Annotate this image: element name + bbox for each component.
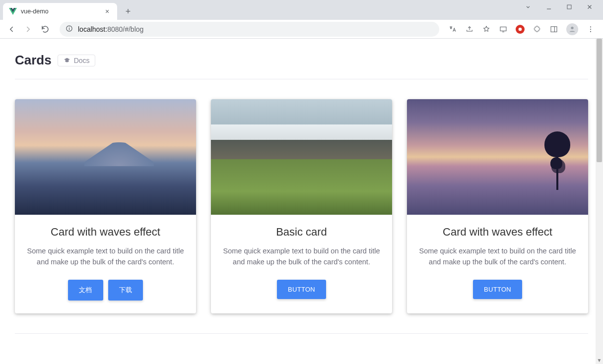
window-controls (515, 0, 603, 15)
tab-strip: vue-demo × + (0, 0, 603, 20)
window-chevron-icon[interactable] (525, 3, 532, 12)
card-actions: 文档 下载 (24, 280, 187, 301)
page-header: Cards Docs (15, 53, 588, 68)
card-button-download[interactable]: 下载 (108, 280, 143, 301)
tab-title: vue-demo (21, 8, 99, 15)
card-actions: BUTTON (416, 280, 579, 299)
card-title: Card with waves effect (416, 226, 579, 239)
forward-button[interactable] (21, 22, 36, 37)
svg-point-7 (571, 26, 573, 29)
card-button[interactable]: BUTTON (277, 280, 326, 299)
svg-rect-6 (551, 26, 557, 32)
svg-rect-4 (500, 27, 506, 31)
browser-toolbar: localhost:8080/#/blog (0, 20, 603, 39)
extension-icons (444, 23, 599, 35)
svg-point-8 (590, 26, 591, 27)
vue-favicon-icon (9, 7, 17, 15)
tab-active[interactable]: vue-demo × (3, 3, 117, 20)
card-button-docs[interactable]: 文档 (68, 280, 103, 301)
divider (15, 79, 588, 79)
card-button[interactable]: BUTTON (473, 280, 522, 299)
card-image (211, 99, 392, 215)
card-title: Basic card (220, 226, 383, 239)
url-text: localhost:8080/#/blog (78, 25, 143, 33)
page-content: Cards Docs Card with waves effect Some q… (0, 39, 603, 364)
card-body: Card with waves effect Some quick exampl… (407, 215, 588, 312)
viewport: Cards Docs Card with waves effect Some q… (0, 39, 603, 364)
extensions-puzzle-icon[interactable] (533, 25, 541, 34)
card-row: Card with waves effect Some quick exampl… (15, 99, 588, 313)
window-maximize-icon[interactable] (566, 4, 572, 11)
reload-button[interactable] (38, 22, 53, 37)
scrollbar-thumb[interactable] (597, 39, 602, 162)
page-title: Cards (15, 53, 52, 68)
svg-rect-0 (567, 5, 571, 9)
card-body: Card with waves effect Some quick exampl… (15, 215, 196, 313)
svg-rect-3 (69, 26, 69, 27)
card-basic: Basic card Some quick example text to bu… (211, 99, 392, 313)
svg-point-10 (590, 31, 591, 32)
card-text: Some quick example text to build on the … (220, 245, 383, 268)
display-icon[interactable] (499, 25, 508, 34)
back-button[interactable] (4, 22, 19, 37)
address-bar[interactable]: localhost:8080/#/blog (60, 22, 439, 37)
card-text: Some quick example text to build on the … (416, 245, 579, 268)
translate-icon[interactable] (448, 25, 457, 34)
docs-link[interactable]: Docs (58, 55, 95, 66)
card-waves-1: Card with waves effect Some quick exampl… (15, 99, 196, 313)
svg-point-5 (519, 27, 522, 31)
card-actions: BUTTON (220, 280, 383, 299)
docs-label: Docs (74, 57, 90, 64)
graduation-cap-icon (63, 57, 71, 64)
window-minimize-icon[interactable] (545, 3, 552, 12)
site-info-icon[interactable] (66, 25, 73, 34)
card-waves-2: Card with waves effect Some quick exampl… (407, 99, 588, 313)
scroll-down-icon[interactable]: ▼ (596, 357, 603, 364)
svg-rect-2 (69, 28, 69, 30)
sidepanel-icon[interactable] (549, 25, 558, 34)
window-close-icon[interactable] (586, 3, 593, 12)
card-image (407, 99, 588, 215)
profile-avatar-icon[interactable] (566, 23, 578, 35)
share-icon[interactable] (465, 25, 474, 34)
tab-close-icon[interactable]: × (103, 7, 111, 15)
kebab-menu-icon[interactable] (586, 25, 595, 34)
card-title: Card with waves effect (24, 226, 187, 239)
card-text: Some quick example text to build on the … (24, 245, 187, 268)
bookmark-star-icon[interactable] (482, 25, 491, 34)
svg-point-9 (590, 28, 591, 29)
new-tab-button[interactable]: + (121, 4, 135, 18)
card-body: Basic card Some quick example text to bu… (211, 215, 392, 312)
card-image (15, 99, 196, 215)
divider (15, 333, 588, 334)
extension-red-icon[interactable] (516, 25, 525, 34)
vertical-scrollbar[interactable]: ▲ ▼ (596, 39, 603, 364)
